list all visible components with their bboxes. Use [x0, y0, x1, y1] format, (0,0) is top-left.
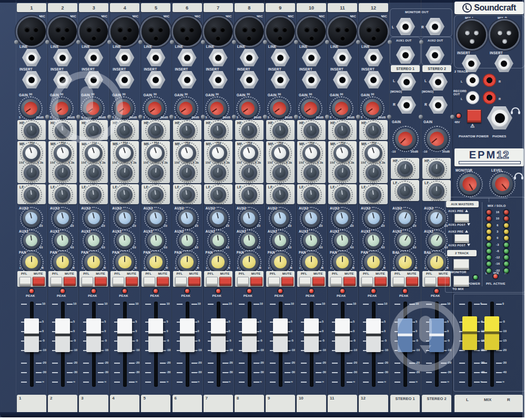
hf-knob[interactable]	[179, 123, 195, 138]
hf-knob[interactable]	[24, 123, 39, 138]
line-input-jack[interactable]	[22, 49, 41, 66]
pan-knob[interactable]	[364, 253, 383, 272]
channel-fader[interactable]: 10 5 0 -5 -10 -20 -30 ∞	[78, 302, 109, 389]
fader-cap[interactable]	[429, 318, 444, 352]
mf-freq-knob[interactable]	[178, 144, 196, 162]
pfl-button[interactable]	[393, 277, 404, 286]
aux2-knob[interactable]	[428, 232, 445, 249]
gain-knob[interactable]	[363, 99, 382, 118]
mute-button[interactable]	[188, 277, 200, 286]
insert-jack[interactable]	[115, 71, 134, 88]
fader-cap[interactable]	[242, 318, 257, 352]
mf-freq-knob[interactable]	[271, 144, 289, 162]
phantom-power-button[interactable]	[467, 109, 481, 123]
stereo2-hf-knob[interactable]	[429, 161, 444, 177]
record-out-l-rca[interactable]	[466, 91, 479, 104]
aux1-knob[interactable]	[271, 209, 289, 227]
lf-knob[interactable]	[86, 187, 102, 203]
mf-gain-knob[interactable]	[241, 165, 257, 181]
aux1-knob[interactable]	[240, 209, 258, 227]
aux2-knob[interactable]	[23, 232, 40, 249]
hf-knob[interactable]	[148, 123, 164, 138]
channel-fader[interactable]: 10 5 0 -5 -10 -20 -30 ∞	[172, 302, 203, 389]
mute-button[interactable]	[343, 277, 356, 286]
insert-jack[interactable]	[333, 71, 352, 88]
channel-fader[interactable]: 10 5 0 -5 -10 -20 -30 ∞	[265, 302, 296, 389]
fader-cap[interactable]	[335, 318, 350, 352]
stereo2-l-jack[interactable]	[429, 73, 448, 91]
aux1-knob[interactable]	[178, 209, 196, 227]
aux2-knob[interactable]	[54, 232, 71, 249]
channel-fader[interactable]: 10 5 0 -5 -10 -20 -30 ∞	[358, 302, 389, 389]
stereo1-hf-knob[interactable]	[397, 161, 413, 177]
insert-jack[interactable]	[209, 71, 228, 88]
gain-knob[interactable]	[270, 99, 289, 118]
insert-jack[interactable]	[240, 71, 259, 88]
pfl-button[interactable]	[113, 277, 124, 286]
pan-knob[interactable]	[53, 253, 72, 272]
pfl-button[interactable]	[424, 277, 436, 286]
mute-button[interactable]	[281, 277, 294, 286]
aux1-knob[interactable]	[147, 209, 165, 227]
lf-knob[interactable]	[210, 187, 226, 203]
pan-knob[interactable]	[209, 253, 228, 272]
aux1-knob[interactable]	[116, 209, 134, 227]
lf-knob[interactable]	[24, 187, 39, 203]
mix-r-insert-jack[interactable]	[494, 55, 513, 72]
fader-cap[interactable]	[55, 318, 70, 352]
line-input-jack[interactable]	[333, 49, 352, 66]
monitor-knob[interactable]	[459, 174, 480, 195]
two-track-l-rca[interactable]	[466, 74, 479, 87]
fader-cap[interactable]	[148, 318, 163, 352]
fader-cap[interactable]	[398, 318, 412, 352]
pfl-button[interactable]	[175, 277, 187, 286]
stereo2-lf-knob[interactable]	[429, 183, 444, 199]
pfl-button[interactable]	[268, 277, 280, 286]
mf-gain-knob[interactable]	[272, 165, 288, 181]
insert-jack[interactable]	[146, 71, 165, 88]
phones-jack[interactable]	[487, 106, 512, 129]
line-input-jack[interactable]	[53, 49, 72, 66]
gain-knob[interactable]	[301, 99, 320, 118]
hf-knob[interactable]	[335, 123, 350, 138]
gain-knob[interactable]	[114, 99, 133, 118]
record-out-r-rca[interactable]	[483, 91, 496, 104]
gain-knob[interactable]	[21, 99, 40, 118]
channel-fader[interactable]: 10 5 0 -5 -10 -20 -30 ∞	[234, 302, 265, 389]
mf-freq-knob[interactable]	[54, 144, 72, 162]
lf-knob[interactable]	[272, 187, 288, 203]
aux2-knob[interactable]	[365, 232, 382, 249]
channel-fader[interactable]: 10 5 0 -5 -10 -20 -30 ∞	[16, 302, 47, 389]
aux2-knob[interactable]	[303, 232, 320, 249]
hf-knob[interactable]	[117, 123, 133, 138]
insert-jack[interactable]	[302, 71, 321, 88]
hf-knob[interactable]	[304, 123, 319, 138]
hf-knob[interactable]	[241, 123, 257, 138]
aux1-knob[interactable]	[23, 209, 41, 227]
fader-cap[interactable]	[273, 318, 288, 352]
mf-freq-knob[interactable]	[302, 144, 320, 162]
pan-knob[interactable]	[333, 253, 352, 272]
line-input-jack[interactable]	[84, 49, 103, 66]
hf-knob[interactable]	[210, 123, 226, 138]
mf-freq-knob[interactable]	[365, 144, 382, 162]
aux1-knob[interactable]	[85, 209, 103, 227]
aux2-knob[interactable]	[397, 232, 413, 249]
aux2-out-jack[interactable]	[426, 46, 444, 64]
stereo-fader[interactable]: 10 5 0 -5 -10 -20 -30 ∞	[421, 302, 452, 389]
aux1-knob[interactable]	[396, 209, 414, 227]
fader-cap[interactable]	[211, 318, 226, 352]
line-input-jack[interactable]	[302, 49, 321, 66]
mf-freq-knob[interactable]	[23, 144, 41, 162]
pan-knob[interactable]	[84, 253, 103, 272]
mf-gain-knob[interactable]	[335, 165, 350, 181]
balance-knob[interactable]	[396, 253, 414, 272]
line-input-jack[interactable]	[146, 49, 165, 66]
hf-knob[interactable]	[272, 123, 288, 138]
line-input-jack[interactable]	[240, 49, 259, 66]
mute-button[interactable]	[375, 277, 387, 286]
to-mix-button[interactable]	[453, 276, 469, 287]
insert-jack[interactable]	[271, 71, 290, 88]
mic-xlr-input[interactable]	[110, 17, 139, 46]
mf-gain-knob[interactable]	[86, 165, 102, 181]
